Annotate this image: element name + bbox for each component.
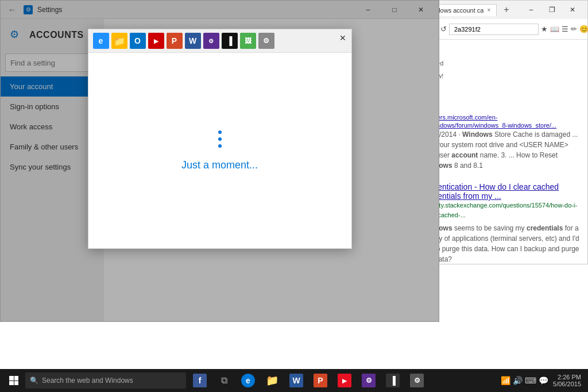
taskbar-app-7[interactable]: ▐ (381, 369, 404, 392)
network-icon[interactable]: 📶 (501, 376, 510, 385)
start-button[interactable] (2, 369, 25, 392)
modal-toolbar: e 📁 O ▶ P W ⚙ ▐ 🖼 ⚙ ✕ (88, 29, 351, 53)
result-text-4: ur pc. (422, 93, 582, 102)
app-icon-ppt[interactable]: P (167, 33, 183, 49)
result-text-3: ry Now! (422, 71, 582, 81)
result-url-2: security.stackexchange.com/questions/155… (422, 201, 582, 220)
app-icon-word[interactable]: W (185, 33, 201, 49)
taskbar-search-placeholder: Search the web and Windows (42, 376, 133, 385)
browser-close-button[interactable]: ✕ (562, 1, 583, 19)
windows-logo-icon (9, 376, 18, 385)
taskbar-app-6[interactable]: ⚙ (357, 369, 380, 392)
action-center-icon[interactable]: 💬 (539, 376, 548, 385)
taskbar-search[interactable]: 🔍 Search the web and Windows (25, 372, 186, 389)
favorites-icon[interactable]: ★ (541, 25, 548, 33)
modal-dialog: e 📁 O ▶ P W ⚙ ▐ 🖼 ⚙ ✕ Just a moment... (88, 29, 352, 249)
browser-restore-button[interactable]: ❐ (541, 1, 562, 19)
app-6-icon: ⚙ (362, 374, 376, 387)
volume-icon[interactable]: 🔊 (513, 376, 523, 385)
app-icon-ie[interactable]: e (93, 33, 109, 49)
taskbar-app-settings[interactable]: ⚙ (405, 369, 428, 392)
taskbar-app-media[interactable]: ▶ (333, 369, 356, 392)
app-icon-media[interactable]: ▶ (148, 33, 164, 49)
loading-text: Just a moment... (181, 159, 258, 171)
modal-overlay: e 📁 O ▶ P W ⚙ ▐ 🖼 ⚙ ✕ Just a moment... (0, 0, 439, 322)
task-view-icon: ⧉ (221, 375, 227, 386)
modal-close-button[interactable]: ✕ (336, 32, 349, 44)
app-icon-settings[interactable]: ⚙ (258, 33, 274, 49)
taskbar-right: 📶 🔊 ⌨ 💬 2:26 PM 5/06/2015 (501, 374, 586, 387)
taskbar-app-edge[interactable]: e (237, 369, 260, 392)
loading-dot-2 (218, 137, 222, 141)
browser-address-bar: ← → ↺ ★ 📖 ☰ ✏ 😊 ··· (416, 19, 587, 40)
browser-minimize-button[interactable]: – (521, 1, 541, 19)
taskbar-app-folder[interactable]: 📁 (261, 369, 284, 392)
result-link-1[interactable]: answers.microsoft.com/en-us/windows/foru… (422, 114, 556, 129)
browser-window: windows account ca × + – ❐ ✕ ← → ↺ ★ 📖 ☰… (416, 0, 588, 264)
taskbar-clock[interactable]: 2:26 PM 5/06/2015 (553, 374, 581, 387)
taskbar-date: 5/06/2015 (553, 381, 581, 387)
taskbar-app-fb[interactable]: f (188, 369, 211, 392)
tab-close-button[interactable]: × (487, 7, 490, 13)
loading-dot-3 (218, 144, 222, 148)
loading-indicator (218, 130, 222, 148)
browser-refresh-icon[interactable]: ↺ (440, 25, 447, 33)
taskbar-search-icon: 🔍 (30, 376, 38, 385)
keyboard-icon[interactable]: ⌨ (525, 376, 536, 385)
app-icon-folder[interactable]: 📁 (111, 33, 127, 49)
taskbar-app-word[interactable]: W (285, 369, 308, 392)
browser-content: ry! ranteed ry Now! ur pc. answers.micro… (416, 40, 587, 274)
facebook-icon: f (193, 374, 207, 387)
loading-dot-1 (218, 130, 222, 134)
result-snippet-2: Windows seems to be saving my credential… (422, 223, 582, 264)
note-icon[interactable]: ✏ (571, 25, 577, 33)
notification-area: 📶 🔊 ⌨ 💬 (501, 376, 548, 385)
result-text-2: ranteed (422, 59, 582, 68)
settings-taskbar-icon: ⚙ (410, 374, 424, 387)
app-icon-8[interactable]: 🖼 (240, 33, 256, 49)
edge-icon: e (241, 374, 255, 387)
modal-body: Just a moment... (88, 53, 351, 248)
hub-icon[interactable]: ☰ (562, 25, 568, 33)
media-icon: ▶ (338, 374, 351, 387)
taskbar: 🔍 Search the web and Windows f ⧉ e 📁 W P… (0, 369, 588, 392)
taskbar-time: 2:26 PM (558, 374, 581, 381)
browser-controls: – ❐ ✕ (521, 1, 583, 19)
word-icon: W (289, 374, 303, 387)
powerpoint-icon: P (314, 374, 327, 387)
app-icon-outlook[interactable]: O (130, 33, 146, 49)
app-7-icon: ▐ (386, 374, 400, 387)
taskbar-apps: f ⧉ e 📁 W P ▶ ⚙ ▐ ⚙ (188, 369, 428, 392)
taskbar-app-taskview[interactable]: ⧉ (212, 369, 235, 392)
share-icon[interactable]: 😊 (579, 25, 588, 33)
result-link-2[interactable]: authentication - How do I clear cached c… (422, 182, 559, 201)
result-snippet-1: 25/06/2014 · Windows Store Cache is dama… (422, 129, 582, 171)
result-text-1: ry! (422, 45, 582, 55)
browser-title-bar: windows account ca × + – ❐ ✕ (416, 1, 587, 19)
folder-icon: 📁 (266, 374, 278, 387)
app-icon-7[interactable]: ▐ (222, 33, 238, 49)
taskbar-app-ppt[interactable]: P (309, 369, 332, 392)
address-bar-input[interactable] (449, 24, 539, 35)
app-icon-6[interactable]: ⚙ (203, 33, 219, 49)
new-tab-button[interactable]: + (499, 2, 513, 17)
reading-icon[interactable]: 📖 (550, 25, 559, 33)
